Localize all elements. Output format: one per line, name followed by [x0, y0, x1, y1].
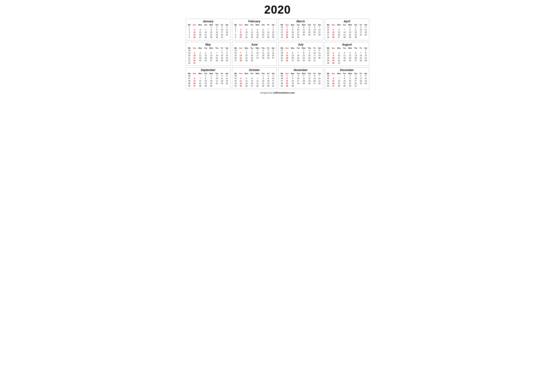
day-cell: 22 [260, 82, 266, 85]
col-header-thu: Thu [214, 24, 219, 26]
col-header-sun: Sun [238, 47, 243, 49]
day-cell: 12 [203, 54, 208, 57]
col-header-wk: Wk [187, 47, 192, 49]
week-row: 4715161718192021 [279, 80, 322, 82]
col-header-mon: Mon [243, 72, 249, 75]
day-cell [243, 87, 249, 88]
week-number: 21 [187, 57, 192, 59]
day-cell [347, 39, 353, 39]
col-header-fri: Fri [358, 72, 363, 75]
day-cell: 30 [225, 59, 229, 62]
day-cell: 2 [307, 49, 312, 52]
col-header-sat: Sat [363, 24, 368, 26]
col-header-fri: Fri [312, 47, 317, 49]
day-cell: 19 [330, 34, 336, 36]
col-header-wed: Wed [347, 72, 353, 75]
col-header-mon: Mon [243, 47, 249, 49]
day-cell: 11 [363, 29, 368, 31]
week-number: 22 [187, 59, 192, 62]
day-cell [254, 62, 260, 62]
day-cell: 24 [358, 34, 363, 36]
day-cell: 3 [254, 49, 260, 52]
day-cell [363, 87, 368, 88]
day-cell [312, 36, 317, 39]
day-cell: 8 [203, 77, 208, 80]
day-cell: 24 [254, 57, 260, 59]
week-number: 6 [233, 29, 238, 31]
day-cell: 14 [197, 80, 203, 82]
day-cell: 16 [347, 80, 353, 82]
day-cell: 24 [243, 36, 249, 39]
week-number: 38 [187, 80, 192, 82]
day-cell: 11 [260, 52, 266, 54]
day-cell: 12 [243, 80, 249, 82]
col-header-mon: Mon [336, 72, 342, 75]
day-cell: 3 [336, 52, 342, 54]
day-cell: 2 [249, 49, 254, 52]
day-cell: 15 [284, 80, 290, 82]
day-cell: 14 [296, 54, 301, 57]
day-cell [197, 26, 203, 29]
day-cell [254, 75, 260, 77]
week-row: 816171819202122 [233, 34, 276, 36]
day-cell: 25 [260, 57, 266, 59]
day-cell: 24 [296, 34, 301, 36]
day-cell [238, 26, 243, 29]
day-cell: 22 [203, 82, 208, 85]
week-row: 101234567 [279, 26, 322, 29]
week-row: 419202122232425 [187, 34, 229, 36]
week-number [326, 39, 331, 39]
day-cell: 27 [312, 82, 317, 85]
day-cell: 7 [214, 52, 219, 54]
day-cell [353, 62, 358, 64]
day-cell: 14 [238, 54, 243, 57]
week-number: 16 [326, 31, 331, 34]
col-header-tue: Tue [249, 47, 254, 49]
col-header-thu: Thu [260, 47, 266, 49]
day-cell: 10 [271, 77, 276, 80]
day-cell: 7 [336, 77, 342, 80]
day-cell [192, 39, 197, 39]
day-cell: 2 [266, 75, 271, 77]
week-number: 31 [326, 49, 331, 52]
day-cell: 6 [312, 75, 317, 77]
week-number: 19 [187, 52, 192, 54]
day-cell: 30 [353, 36, 358, 39]
day-cell: 29 [284, 36, 290, 39]
day-cell: 27 [197, 36, 203, 39]
day-cell: 20 [197, 34, 203, 36]
day-cell: 26 [330, 36, 336, 39]
week-row: 4425262728293031 [233, 85, 276, 87]
col-header-mon: Mon [336, 24, 342, 26]
col-header-fri: Fri [266, 47, 271, 49]
week-number: 40 [233, 75, 238, 77]
week-row: 193456789 [187, 52, 229, 54]
col-header-wed: Wed [254, 24, 260, 26]
day-cell: 15 [203, 80, 208, 82]
day-cell: 22 [301, 57, 307, 59]
col-header-sun: Sun [284, 47, 290, 49]
day-cell [203, 26, 208, 29]
day-cell: 21 [254, 82, 260, 85]
week-number: 12 [279, 31, 284, 34]
col-header-thu: Thu [260, 72, 266, 75]
month-block-october: OctoberWkSunMonTueWedThuFriSat4012341456… [232, 67, 277, 89]
col-header-fri: Fri [358, 24, 363, 26]
week-row: 15567891011 [326, 29, 368, 31]
day-cell: 11 [342, 54, 347, 57]
day-cell: 18 [342, 57, 347, 59]
week-number: 14 [326, 26, 331, 29]
day-cell: 4 [301, 75, 307, 77]
col-header-wk: Wk [279, 24, 284, 26]
month-table-january: WkSunMonTueWedThuFriSat11234256789101131… [187, 24, 229, 39]
day-cell: 6 [353, 52, 358, 54]
col-header-sun: Sun [330, 24, 336, 26]
day-cell: 30 [290, 85, 296, 87]
day-cell: 22 [271, 34, 276, 36]
week-row: 4318192021222324 [233, 82, 276, 85]
day-cell: 12 [330, 31, 336, 34]
day-cell: 22 [284, 82, 290, 85]
day-cell: 7 [203, 29, 208, 31]
day-cell: 20 [271, 54, 276, 57]
day-cell: 10 [192, 54, 197, 57]
